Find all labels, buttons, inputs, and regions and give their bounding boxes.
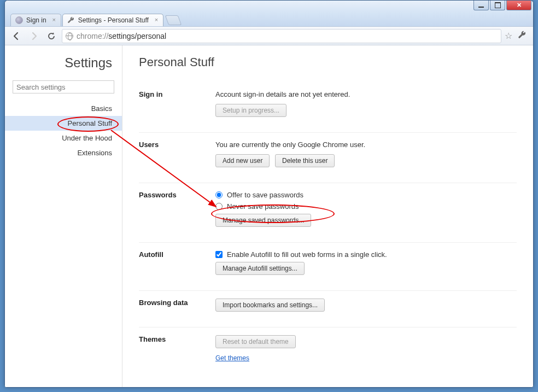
close-icon[interactable]: × (153, 16, 160, 23)
globe-icon (66, 32, 73, 40)
sidebar-item-personal-stuff[interactable]: Personal Stuff (5, 116, 122, 131)
wrench-menu-button[interactable] (516, 31, 529, 42)
checkbox-label: Enable Autofill to fill out web forms in… (227, 250, 387, 259)
window-maximize-button[interactable] (490, 1, 505, 10)
sidebar-title: Settings (5, 55, 122, 80)
section-label: Sign in (139, 90, 215, 122)
delete-user-button[interactable]: Delete this user (275, 154, 335, 167)
search-settings-input[interactable] (13, 80, 114, 93)
wrench-icon (67, 16, 75, 24)
bookmark-star-icon[interactable]: ☆ (505, 31, 512, 41)
enable-autofill-checkbox[interactable] (215, 251, 223, 258)
sidebar-item-under-the-hood[interactable]: Under the Hood (5, 131, 122, 145)
back-button[interactable] (9, 29, 24, 43)
window-titlebar (5, 1, 533, 13)
tab-signin[interactable]: Sign in × (10, 14, 61, 26)
import-bookmarks-button[interactable]: Import bookmarks and settings... (215, 299, 325, 312)
section-label: Autofill (139, 250, 215, 280)
browser-toolbar: chrome://settings/personal ☆ (5, 27, 533, 45)
globe-icon (15, 16, 23, 24)
settings-sidebar: Settings Basics Personal Stuff Under the… (5, 45, 122, 387)
radio-label: Offer to save passwords (227, 191, 303, 199)
new-tab-button[interactable] (165, 15, 182, 25)
address-bar[interactable]: chrome://settings/personal (62, 29, 501, 43)
section-autofill: Autofill Enable Autofill to fill out web… (139, 243, 517, 291)
settings-main: Personal Stuff Sign in Account sign-in d… (122, 45, 533, 387)
section-label: Browsing data (139, 299, 215, 317)
section-signin: Sign in Account sign-in details are not … (139, 83, 517, 133)
signin-status-text: Account sign-in details are not yet ente… (215, 90, 517, 98)
section-label: Passwords (139, 191, 215, 232)
url-text: chrome://settings/personal (77, 32, 166, 40)
reset-theme-button[interactable]: Reset to default theme (215, 335, 296, 348)
window-close-button[interactable] (506, 1, 531, 10)
forward-button[interactable] (27, 29, 41, 43)
add-user-button[interactable]: Add new user (215, 154, 270, 167)
sidebar-item-extensions[interactable]: Extensions (5, 145, 122, 160)
radio-label: Never save passwords (227, 202, 299, 210)
section-browsing-data: Browsing data Import bookmarks and setti… (139, 291, 517, 327)
manage-autofill-button[interactable]: Manage Autofill settings... (215, 262, 305, 275)
section-label: Users (139, 141, 215, 173)
offer-save-passwords-radio[interactable] (215, 191, 223, 198)
reload-button[interactable] (44, 29, 59, 43)
tab-label: Settings - Personal Stuff (78, 16, 149, 24)
get-themes-link[interactable]: Get themes (215, 354, 249, 362)
tab-settings[interactable]: Settings - Personal Stuff × (62, 14, 163, 26)
section-themes: Themes Reset to default theme Get themes (139, 327, 517, 377)
page-title: Personal Stuff (139, 55, 517, 69)
manage-passwords-button[interactable]: Manage saved passwords... (215, 214, 311, 227)
users-status-text: You are currently the only Google Chrome… (215, 141, 517, 149)
sidebar-item-basics[interactable]: Basics (5, 101, 122, 116)
close-icon[interactable]: × (51, 16, 57, 23)
tab-strip: Sign in × Settings - Personal Stuff × (5, 13, 533, 27)
never-save-passwords-radio[interactable] (215, 203, 223, 210)
section-label: Themes (139, 335, 215, 367)
section-users: Users You are currently the only Google … (139, 133, 517, 183)
setup-signin-button[interactable]: Setup in progress... (215, 104, 286, 117)
tab-label: Sign in (26, 16, 46, 24)
section-passwords: Passwords Offer to save passwords Never … (139, 183, 517, 243)
window-minimize-button[interactable] (473, 1, 489, 10)
